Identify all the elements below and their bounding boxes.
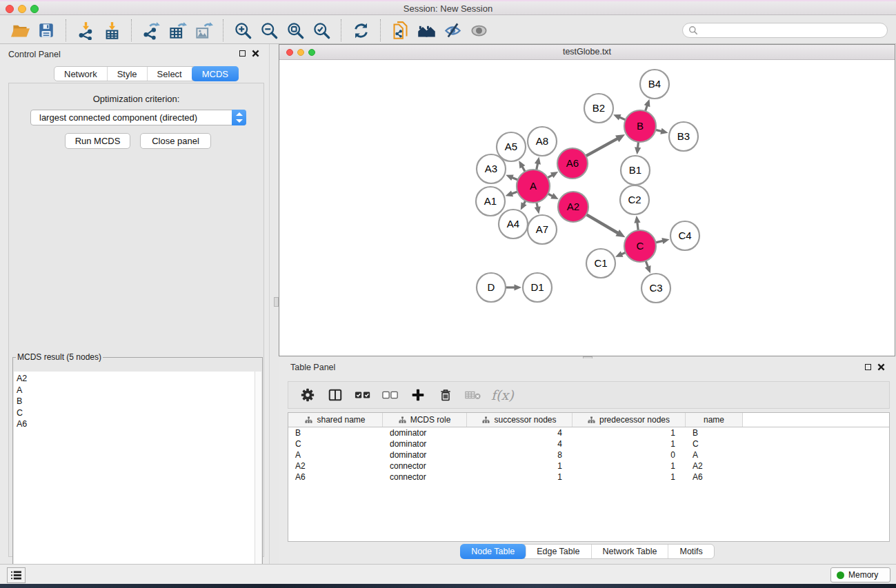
network-canvas[interactable]: B4B2BB3A8A5A6A3B1AC2A1A2A4A7C4CC1DD1C3 <box>279 60 895 356</box>
desktop-background <box>0 584 896 588</box>
mcds-result-title: MCDS result (5 nodes) <box>16 352 103 362</box>
table-panel-title: Table Panel <box>290 363 335 372</box>
table-cell: dominator <box>383 439 467 449</box>
close-panel-icon[interactable] <box>252 50 259 57</box>
save-session-icon[interactable] <box>36 20 57 41</box>
control-panel-tabs: Network Style Select MCDS <box>54 66 239 81</box>
arrowhead-icon <box>645 265 651 273</box>
column-header-predecessor-nodes[interactable]: predecessor nodes <box>573 413 686 427</box>
edge-A6-B[interactable] <box>586 138 618 156</box>
optimization-criterion-label: Optimization criterion: <box>9 94 263 104</box>
node-label: A1 <box>484 195 497 207</box>
table-row[interactable]: Cdominator41C <box>288 438 889 449</box>
import-network-icon[interactable] <box>75 20 96 41</box>
tab-node-table[interactable]: Node Table <box>460 544 526 559</box>
tab-mcds[interactable]: MCDS <box>192 66 239 81</box>
node-label: A2 <box>567 201 579 212</box>
result-scrollbar[interactable] <box>255 372 261 588</box>
arrowhead-icon <box>660 128 668 134</box>
zoom-in-icon[interactable] <box>232 20 253 41</box>
tab-motifs[interactable]: Motifs <box>668 545 713 558</box>
table-cell: dominator <box>383 428 467 438</box>
delete-table-icon[interactable] <box>464 385 483 405</box>
table-cell: C <box>288 439 383 449</box>
mcds-result-list[interactable]: A2ABCA6 <box>14 372 255 588</box>
deselect-all-icon[interactable] <box>381 385 400 405</box>
tab-select[interactable]: Select <box>148 67 192 81</box>
search-icon <box>688 26 698 35</box>
network-view-window: testGlobe.txt B4B2BB3A8A5A6A3B1AC2A1A2A4… <box>279 44 895 356</box>
tab-network-table[interactable]: Network Table <box>592 545 669 558</box>
network-window-titlebar[interactable]: testGlobe.txt <box>279 45 895 60</box>
column-header-successor-nodes[interactable]: successor nodes <box>467 413 573 427</box>
table-cell: A <box>288 450 383 460</box>
table-cell: 8 <box>467 450 573 460</box>
edge-A2-C[interactable] <box>586 214 619 234</box>
table-row[interactable]: Bdominator41B <box>288 427 889 438</box>
settings-gear-icon[interactable] <box>298 385 317 405</box>
tab-network[interactable]: Network <box>54 67 108 81</box>
close-panel-button[interactable]: Close panel <box>140 133 211 149</box>
export-table-icon[interactable] <box>167 20 188 41</box>
memory-button[interactable]: Memory <box>830 567 890 582</box>
import-table-icon[interactable] <box>101 20 122 41</box>
app-titlebar: Session: New Session <box>0 0 896 15</box>
float-panel-icon[interactable] <box>239 50 246 57</box>
table-cell: C <box>686 439 743 449</box>
table-row[interactable]: A2connector11A2 <box>288 460 889 472</box>
node-label: C1 <box>594 257 607 269</box>
run-mcds-button[interactable]: Run MCDS <box>65 133 130 149</box>
split-view-icon[interactable] <box>326 385 345 405</box>
result-item[interactable]: B <box>17 396 255 407</box>
task-history-button[interactable] <box>7 567 26 583</box>
table-row[interactable]: A6connector11A6 <box>288 472 889 483</box>
node-label: C4 <box>678 230 691 241</box>
network-document-icon[interactable] <box>390 20 410 41</box>
table-row[interactable]: Adominator80A <box>288 449 889 460</box>
table-cell: A <box>686 450 743 460</box>
select-all-icon[interactable] <box>353 385 372 405</box>
export-image-icon[interactable] <box>193 20 214 41</box>
add-column-icon[interactable] <box>408 385 428 405</box>
refresh-icon[interactable] <box>350 20 371 41</box>
arrowhead-icon <box>515 284 522 290</box>
open-session-icon[interactable] <box>10 20 30 41</box>
shared-column-icon <box>305 416 312 424</box>
eye-slash-icon[interactable] <box>442 20 463 41</box>
node-label: A <box>530 180 537 192</box>
zoom-fit-icon[interactable] <box>285 20 306 41</box>
result-item[interactable]: A2 <box>17 373 255 385</box>
close-table-panel-icon[interactable] <box>877 363 885 371</box>
result-item[interactable]: A <box>17 385 255 396</box>
node-table: shared name MCDS role successor nodes pr… <box>288 412 890 542</box>
float-table-panel-icon[interactable] <box>865 364 871 370</box>
node-label: B1 <box>629 164 641 176</box>
node-label: A8 <box>536 135 548 147</box>
tab-style[interactable]: Style <box>108 67 148 81</box>
node-label: D <box>488 281 495 293</box>
shared-column-icon <box>588 416 595 424</box>
home-icon[interactable] <box>416 20 437 41</box>
dropdown-stepper-icon <box>232 110 246 125</box>
table-cell: 1 <box>573 428 686 438</box>
export-network-icon[interactable] <box>141 20 161 41</box>
column-header-shared-name[interactable]: shared name <box>288 413 383 427</box>
control-panel: Control Panel Network Style Select MCDS … <box>0 44 270 564</box>
table-cell: 1 <box>573 461 686 471</box>
eye-icon[interactable] <box>468 20 489 41</box>
search-input[interactable] <box>701 25 882 36</box>
table-cell: 1 <box>573 439 686 449</box>
tab-edge-table[interactable]: Edge Table <box>526 545 591 558</box>
node-label: A4 <box>507 218 519 230</box>
result-item[interactable]: A6 <box>17 418 255 430</box>
result-item[interactable]: C <box>17 407 255 419</box>
column-header-name[interactable]: name <box>686 413 743 427</box>
optimization-dropdown[interactable]: largest connected component (directed) <box>30 110 246 125</box>
delete-column-icon[interactable] <box>436 385 455 405</box>
function-builder-icon[interactable]: f(x) <box>491 387 514 403</box>
splitter-handle[interactable] <box>274 297 279 307</box>
zoom-out-icon[interactable] <box>259 20 279 41</box>
column-header-mcds-role[interactable]: MCDS role <box>383 413 467 427</box>
network-window-title: testGlobe.txt <box>279 47 895 57</box>
zoom-selected-icon[interactable] <box>311 20 332 41</box>
